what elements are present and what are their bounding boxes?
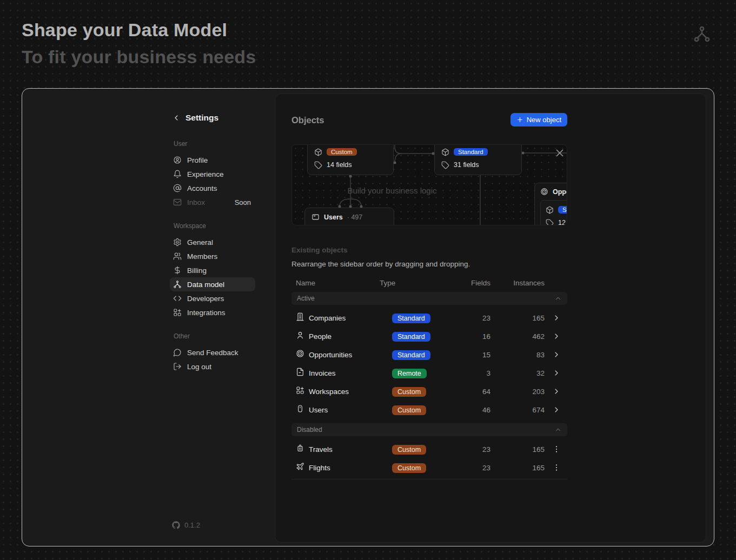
sidebar-item-send-feedback[interactable]: Send Feedback xyxy=(170,345,255,359)
object-row-users[interactable]: UsersCustom46674 xyxy=(291,401,567,419)
object-name: Opportunities xyxy=(309,351,392,359)
sidebar-item-log-out[interactable]: Log out xyxy=(170,359,255,374)
fields-count: 15 xyxy=(448,351,492,359)
building-icon xyxy=(296,312,304,321)
settings-title: Settings xyxy=(185,113,218,123)
code-icon xyxy=(173,294,182,303)
target-icon xyxy=(296,349,304,358)
sidebar-item-label: Data model xyxy=(187,281,251,289)
sidebar-item-label: General xyxy=(187,238,251,246)
object-row-workspaces[interactable]: WorkspacesCustom64203 xyxy=(291,382,567,401)
object-name: Workspaces xyxy=(309,388,392,396)
page-title: Shape your Data Model xyxy=(22,19,256,41)
box-icon xyxy=(441,148,449,156)
object-row-invoices[interactable]: InvoicesRemote332 xyxy=(291,364,567,382)
instances-count: 165 xyxy=(492,445,546,454)
type-badge: Custom xyxy=(392,387,426,397)
object-row-people[interactable]: PeopleStandard16462 xyxy=(291,327,567,345)
chevron-right-icon[interactable] xyxy=(552,405,561,414)
fields-count: 23 xyxy=(448,464,492,472)
objects-panel: Objects New object xyxy=(275,94,706,543)
dots-vertical-icon[interactable] xyxy=(552,463,561,472)
chevron-right-icon[interactable] xyxy=(552,332,561,341)
object-name: People xyxy=(309,332,392,341)
sidebar-item-label: Developers xyxy=(187,295,251,303)
sidebar-item-members[interactable]: Members xyxy=(170,249,255,263)
sidebar-item-billing[interactable]: Billing xyxy=(170,263,255,277)
sidebar-item-label: Profile xyxy=(187,156,251,164)
sidebar-item-data-model[interactable]: Data model xyxy=(170,277,255,291)
gear-icon xyxy=(173,238,182,246)
sidebar-item-integrations[interactable]: Integrations xyxy=(170,305,255,319)
fields-count: 3 xyxy=(448,369,492,377)
luggage-icon xyxy=(296,444,304,452)
chevron-right-icon[interactable] xyxy=(552,387,561,396)
canvas-node-opportunities[interactable]: Opportunities Standard 12 fields xyxy=(534,183,567,225)
plane-icon xyxy=(296,462,304,471)
chevron-up-icon xyxy=(554,426,562,434)
fields-count: 16 xyxy=(448,332,492,341)
object-name: Flights xyxy=(309,464,392,472)
object-row-flights[interactable]: FlightsCustom23165 xyxy=(291,458,567,477)
sidebar-section-user: UserProfileExperienceAccountsInboxSoon xyxy=(170,140,255,209)
sidebar-section-other: OtherSend FeedbackLog out xyxy=(170,332,255,374)
chevron-right-icon[interactable] xyxy=(552,314,561,322)
type-badge: Custom xyxy=(392,405,426,415)
settings-sidebar: UserProfileExperienceAccountsInboxSoonWo… xyxy=(170,140,255,374)
object-row-travels[interactable]: TravelsCustom23165 xyxy=(291,440,567,458)
type-badge: Custom xyxy=(392,445,426,455)
canvas-node-standard[interactable]: Standard 31 fields xyxy=(434,144,522,175)
file-icon xyxy=(296,368,304,376)
sidebar-item-label: Experience xyxy=(187,170,251,178)
plus-icon xyxy=(516,116,523,123)
column-header-instances: Instances xyxy=(492,279,546,287)
canvas-node-users[interactable]: Users · 497 xyxy=(304,208,394,225)
group-header-disabled[interactable]: Disabled xyxy=(291,423,567,436)
chevron-right-icon[interactable] xyxy=(552,369,561,377)
sidebar-item-general[interactable]: General xyxy=(170,235,255,249)
type-badge: Standard xyxy=(392,332,430,342)
log-out-icon xyxy=(173,362,182,371)
sidebar-item-experience[interactable]: Experience xyxy=(170,167,255,181)
sidebar-section-label: Workspace xyxy=(174,222,255,230)
sidebar-item-profile[interactable]: Profile xyxy=(170,153,255,167)
sidebar-item-inbox[interactable]: InboxSoon xyxy=(170,195,255,209)
sidebar-item-label: Inbox xyxy=(187,198,235,206)
grid-plus-icon xyxy=(296,386,304,395)
node-name: Users xyxy=(324,214,343,221)
settings-window: Settings UserProfileExperienceAccountsIn… xyxy=(22,88,714,546)
fields-count: 46 xyxy=(448,406,492,414)
column-header-name: Name xyxy=(296,279,380,287)
fields-count: 64 xyxy=(448,388,492,396)
grid-plus-icon xyxy=(173,308,182,317)
page-header: Shape your Data Model To fit your busine… xyxy=(22,19,256,68)
table-bottom-divider xyxy=(291,479,567,479)
chevron-right-icon[interactable] xyxy=(552,350,561,359)
column-header-fields: Fields xyxy=(448,279,492,287)
sidebar-item-developers[interactable]: Developers xyxy=(170,291,255,305)
node-type-badge: Custom xyxy=(327,148,357,156)
object-row-opportunities[interactable]: OpportunitiesStandard1583 xyxy=(291,345,567,364)
instances-count: 32 xyxy=(492,369,546,377)
sidebar-item-accounts[interactable]: Accounts xyxy=(170,181,255,195)
tag-icon xyxy=(546,219,554,226)
sidebar-section-workspace: WorkspaceGeneralMembersBillingData model… xyxy=(170,222,255,319)
new-object-button[interactable]: New object xyxy=(510,113,567,126)
object-name: Users xyxy=(309,406,392,414)
canvas-node-custom[interactable]: Custom 14 fields xyxy=(307,144,394,175)
node-fields-label: 14 fields xyxy=(327,161,352,169)
chevron-up-icon xyxy=(554,295,562,302)
settings-back-button[interactable]: Settings xyxy=(172,113,218,123)
object-row-companies[interactable]: CompaniesStandard23165 xyxy=(291,309,567,327)
dots-vertical-icon[interactable] xyxy=(552,445,561,454)
column-header-type: Type xyxy=(380,279,448,287)
data-model-canvas[interactable]: Custom 14 fields Standard 31 fields xyxy=(291,144,567,225)
data-model-icon xyxy=(173,280,182,289)
new-object-label: New object xyxy=(527,116,561,124)
sidebar-section-label: User xyxy=(174,140,255,148)
group-header-active[interactable]: Active xyxy=(291,292,567,305)
table-header: NameTypeFieldsInstances xyxy=(291,278,567,288)
type-badge: Custom xyxy=(392,463,426,473)
objects-table: ActiveCompaniesStandard23165PeopleStanda… xyxy=(291,292,567,477)
users-icon xyxy=(173,252,182,261)
